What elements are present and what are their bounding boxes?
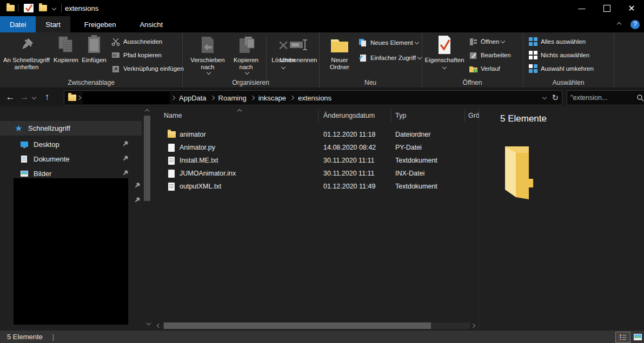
close-button[interactable]: ✕: [619, 0, 644, 16]
tab-start[interactable]: Start: [36, 16, 70, 32]
column-header-date[interactable]: Änderungsdatum: [323, 106, 375, 125]
column-divider[interactable]: [391, 109, 391, 122]
rename-button[interactable]: Umbenennen: [278, 34, 318, 64]
breadcrumb-inkscape[interactable]: inkscape: [255, 94, 289, 102]
edit-button[interactable]: Bearbeiten: [468, 49, 511, 61]
address-bar[interactable]: AppData Roaming inkscape extensions ↻: [64, 90, 562, 105]
history-button[interactable]: Verlauf: [468, 63, 500, 75]
help-icon[interactable]: ?: [630, 20, 640, 29]
tab-datei[interactable]: Datei: [0, 16, 36, 32]
paste-icon: [86, 34, 102, 56]
folder-icon: [168, 131, 176, 138]
column-header-type[interactable]: Typ: [395, 106, 406, 125]
collapse-ribbon-icon[interactable]: [617, 22, 621, 26]
text-file-icon: [168, 183, 175, 191]
move-to-button[interactable]: Verschieben nach: [188, 34, 228, 75]
paste-button[interactable]: Einfügen: [81, 34, 108, 64]
file-row[interactable]: JUMOAnimator.inx 30.11.2020 11:11 INX-Da…: [154, 167, 479, 180]
scrollbar-thumb[interactable]: [144, 116, 150, 201]
copy-to-button[interactable]: Kopieren nach: [229, 34, 263, 75]
qat-customize-icon[interactable]: [52, 6, 56, 10]
pin-icon[interactable]: [134, 182, 141, 191]
new-folder-quick-icon[interactable]: [39, 5, 47, 11]
recent-locations-icon[interactable]: [32, 95, 36, 99]
pin-to-quick-access-button[interactable]: An Schnellzugriff anheften: [1, 34, 52, 71]
main-content: ★ Schnellzugriff Desktop Dokumente: [0, 106, 644, 331]
redacted-user-path: [83, 92, 169, 104]
pin-icon[interactable]: [134, 197, 141, 205]
status-bar: 5 Elemente |: [0, 331, 644, 343]
details-view-button[interactable]: [615, 332, 630, 343]
properties-quick-icon[interactable]: [24, 4, 34, 12]
pin-icon[interactable]: [122, 170, 129, 178]
tab-freigeben[interactable]: Freigeben: [75, 16, 126, 32]
column-header-name[interactable]: Name: [164, 106, 182, 125]
copy-path-button[interactable]: W Pfad kopieren: [111, 49, 162, 61]
cut-button[interactable]: Ausschneiden: [111, 36, 162, 48]
select-none-button[interactable]: Nichts auswählen: [528, 49, 589, 61]
chevron-down-icon: [281, 65, 286, 69]
file-row[interactable]: outputXML.txt 01.12.2020 11:49 Textdokum…: [154, 180, 479, 193]
breadcrumb-separator-icon: [290, 96, 294, 100]
paste-shortcut-button[interactable]: Verknüpfung einfügen: [111, 63, 184, 75]
scroll-up-icon[interactable]: [145, 109, 149, 113]
paste-label: Einfügen: [82, 57, 106, 64]
new-folder-icon: [329, 34, 350, 56]
forward-button[interactable]: →: [17, 92, 31, 103]
scroll-left-icon[interactable]: [157, 324, 161, 328]
text-file-icon: [168, 157, 175, 165]
new-item-button[interactable]: Neues Element: [358, 37, 419, 49]
search-value: "extension...: [570, 94, 636, 102]
file-type: Textdokument: [395, 183, 437, 190]
copy-button[interactable]: Kopieren: [52, 34, 79, 64]
status-divider: |: [52, 333, 54, 341]
new-folder-button[interactable]: Neuer Ordner: [324, 34, 355, 71]
invert-selection-button[interactable]: Auswahl umkehren: [528, 63, 594, 75]
column-header-size[interactable]: Grö: [468, 106, 480, 125]
address-dropdown-icon[interactable]: [542, 95, 547, 99]
refresh-icon[interactable]: ↻: [552, 93, 559, 103]
edit-label: Bearbeiten: [481, 52, 511, 58]
file-date: 30.11.2020 11:11: [323, 170, 375, 177]
cut-label: Ausschneiden: [123, 38, 162, 45]
breadcrumb-appdata[interactable]: AppData: [176, 94, 210, 102]
pin-icon[interactable]: [122, 140, 129, 149]
scroll-right-icon[interactable]: [471, 324, 475, 328]
file-row[interactable]: Animator.py 14.08.2020 08:42 PY-Datei: [154, 141, 479, 154]
column-divider[interactable]: [318, 109, 318, 122]
scrollbar-thumb[interactable]: [164, 322, 431, 329]
tab-ansicht[interactable]: Ansicht: [130, 16, 172, 32]
breadcrumb-extensions[interactable]: extensions: [295, 94, 335, 102]
rename-label: Umbenennen: [280, 57, 317, 64]
thumbnail-view-button[interactable]: [630, 332, 644, 342]
file-row[interactable]: Install.ME.txt 30.11.2020 11:11 Textdoku…: [154, 154, 479, 167]
sidebar-item-desktop[interactable]: Desktop: [0, 137, 142, 152]
group-label-open: Öffnen: [422, 79, 523, 86]
properties-button[interactable]: Eigenschaften: [426, 34, 463, 70]
copy-path-label: Pfad kopieren: [123, 52, 162, 58]
sidebar: ★ Schnellzugriff Desktop Dokumente: [0, 106, 153, 331]
copy-to-icon: [237, 34, 255, 56]
chevron-down-icon: [501, 39, 505, 43]
sidebar-scrollbar[interactable]: [142, 106, 152, 331]
search-input[interactable]: "extension...: [567, 90, 644, 105]
minimize-button[interactable]: ―: [569, 0, 594, 16]
maximize-button[interactable]: [594, 0, 619, 16]
column-divider[interactable]: [464, 109, 465, 122]
easy-access-icon: [358, 53, 368, 62]
open-button[interactable]: Öffnen: [468, 36, 504, 48]
select-all-button[interactable]: Alles auswählen: [528, 36, 586, 48]
back-button[interactable]: ←: [3, 92, 17, 103]
scroll-down-icon[interactable]: [147, 321, 151, 325]
sidebar-item-quick-access[interactable]: ★ Schnellzugriff: [0, 121, 142, 136]
horizontal-scrollbar[interactable]: [154, 321, 479, 330]
up-button[interactable]: ↑: [40, 92, 54, 103]
pin-icon[interactable]: [122, 155, 129, 164]
new-item-icon: [358, 38, 368, 47]
sidebar-item-documents[interactable]: Dokumente: [0, 152, 142, 166]
easy-access-button[interactable]: Einfacher Zugriff: [358, 52, 421, 64]
thumbnail-view-icon: [633, 333, 642, 341]
easy-access-label: Einfacher Zugriff: [370, 55, 416, 61]
file-row[interactable]: animator 01.12.2020 11:18 Dateiordner: [154, 128, 479, 141]
breadcrumb-roaming[interactable]: Roaming: [215, 94, 250, 102]
